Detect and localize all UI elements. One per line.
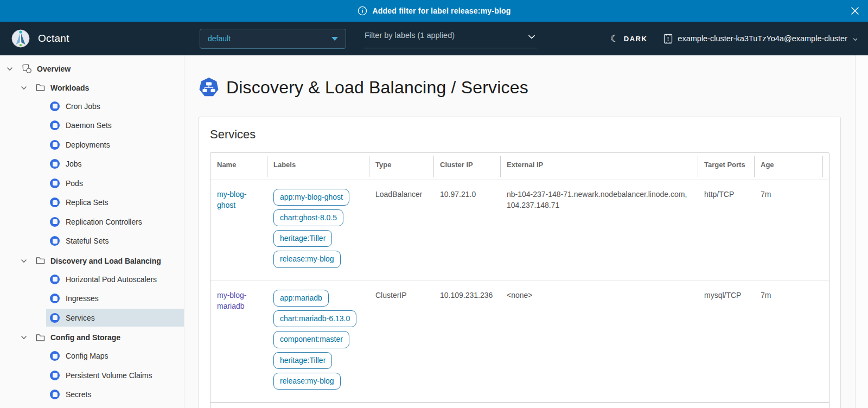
jobs-icon <box>50 159 60 169</box>
label-pill[interactable]: chart:mariadb-6.13.0 <box>273 310 356 327</box>
label-pill[interactable]: release:my-blog <box>273 251 341 267</box>
applications-icon <box>22 63 32 74</box>
cluster-ip-cell: 10.109.231.236 <box>433 281 500 402</box>
services-table: Name Labels Type Cluster IP External IP … <box>210 152 829 408</box>
sidebar-item-label: Jobs <box>66 160 82 168</box>
sidebar-item-deployments[interactable]: Deployments <box>46 136 184 154</box>
table-row: my-blog-mariadb app:mariadb chart:mariad… <box>210 280 829 402</box>
label-pill[interactable]: release:my-blog <box>273 373 341 390</box>
close-icon[interactable] <box>850 5 860 16</box>
label-pill[interactable]: chart:ghost-8.0.5 <box>273 209 343 226</box>
octant-logo <box>11 29 30 48</box>
table-row: my-blog-ghost app:my-blog-ghost chart:gh… <box>210 180 829 280</box>
sidebar-item-overview[interactable]: Overview <box>0 59 184 78</box>
sidebar-item-jobs[interactable]: Jobs <box>46 155 184 173</box>
sidebar-group-label: Config and Storage <box>50 333 120 342</box>
label-pill[interactable]: app:mariadb <box>273 290 329 307</box>
theme-toggle-label: DARK <box>624 35 648 43</box>
sidebar-item-stateful-sets[interactable]: Stateful Sets <box>46 232 184 250</box>
folder-icon <box>36 257 45 265</box>
chevron-down-icon[interactable] <box>6 65 14 73</box>
sidebar-item-label: Horizontal Pod Autoscalers <box>66 275 157 284</box>
sidebar-item-services[interactable]: Services <box>46 309 184 327</box>
sidebar-item-replication-controllers[interactable]: Replication Controllers <box>46 213 184 231</box>
target-ports-cell: mysql/TCP <box>698 281 754 402</box>
column-header-target-ports[interactable]: Target Ports <box>698 153 754 180</box>
labels-cell: app:mariadb chart:mariadb-6.13.0 compone… <box>267 281 369 402</box>
statefulsets-icon <box>50 236 60 246</box>
label-filter-dropdown[interactable]: Filter by labels (1 applied) <box>363 29 537 48</box>
brand: Octant <box>0 29 184 48</box>
sidebar-item-config-maps[interactable]: Config Maps <box>46 347 184 365</box>
chevron-down-icon <box>852 36 858 42</box>
alert-text: Added filter for label release:my-blog <box>373 7 511 15</box>
sidebar-group-discovery[interactable]: Discovery and Load Balancing <box>0 251 184 270</box>
namespace-select[interactable]: default <box>200 29 346 49</box>
sidebar-item-secrets[interactable]: Secrets <box>46 386 184 404</box>
alert-banner: Added filter for label release:my-blog <box>0 0 868 22</box>
external-ip-cell: nb-104-237-148-71.newark.nodebalancer.li… <box>500 180 698 280</box>
label-pill[interactable]: app:my-blog-ghost <box>273 189 349 206</box>
scrollbar[interactable] <box>855 55 868 408</box>
theme-toggle[interactable]: ☾ DARK <box>610 33 647 44</box>
column-header-name[interactable]: Name <box>210 153 267 180</box>
table-header-row: Name Labels Type Cluster IP External IP … <box>210 153 829 180</box>
sidebar-item-label: Replication Controllers <box>66 218 142 226</box>
sidebar-item-label: Daemon Sets <box>66 121 112 130</box>
table-footer: Items per page 10 1 - 2 of 2 items <box>210 402 829 408</box>
sidebar-group-config-storage[interactable]: Config and Storage <box>0 328 184 347</box>
sidebar-item-persistent-volume-claims[interactable]: Persistent Volume Claims <box>46 366 184 384</box>
hpa-icon <box>50 275 60 284</box>
moon-icon: ☾ <box>610 33 620 44</box>
cluster-ip-cell: 10.97.21.0 <box>433 180 500 280</box>
chevron-down-icon[interactable] <box>20 334 28 341</box>
sidebar-group-label: Discovery and Load Balancing <box>50 257 161 265</box>
sidebar-item-ingresses[interactable]: Ingresses <box>46 290 184 308</box>
sidebar-item-horizontal-pod-autoscalers[interactable]: Horizontal Pod Autoscalers <box>46 270 184 288</box>
column-header-age[interactable]: Age <box>754 153 822 180</box>
secrets-icon <box>50 390 60 399</box>
sidebar-group-workloads[interactable]: Workloads <box>0 78 184 97</box>
deployments-icon <box>50 140 60 150</box>
folder-icon <box>36 84 45 92</box>
ingresses-icon <box>50 294 60 303</box>
sidebar-item-label: Replica Sets <box>66 198 108 207</box>
sidebar-item-daemon-sets[interactable]: Daemon Sets <box>46 117 184 135</box>
daemonsets-icon <box>50 120 60 130</box>
chevron-down-icon[interactable] <box>20 257 28 265</box>
service-link[interactable]: my-blog-ghost <box>217 190 246 209</box>
column-header-cluster-ip[interactable]: Cluster IP <box>433 153 500 180</box>
service-link[interactable]: my-blog-mariadb <box>217 291 246 310</box>
sidebar-item-label: Stateful Sets <box>66 237 108 245</box>
sidebar-group-label: Workloads <box>50 84 89 92</box>
page-title: Discovery & Load Balancing / Services <box>226 78 528 98</box>
sidebar-item-label: Config Maps <box>66 352 108 360</box>
column-header-type[interactable]: Type <box>369 153 433 180</box>
label-pill[interactable]: heritage:Tiller <box>273 230 332 247</box>
external-ip-cell: <none> <box>500 281 698 402</box>
row-filler <box>822 180 829 280</box>
services-card: Services Name Labels Type Cluster IP Ext… <box>199 117 841 408</box>
column-header-labels[interactable]: Labels <box>267 153 369 180</box>
label-pill[interactable]: component:master <box>273 331 349 348</box>
sidebar-item-pods[interactable]: Pods <box>46 174 184 192</box>
sidebar-item-label: Ingresses <box>66 294 99 303</box>
configmaps-icon <box>50 351 60 361</box>
column-header-external-ip[interactable]: External IP <box>500 153 698 180</box>
cluster-icon <box>663 34 673 44</box>
age-cell: 7m <box>754 180 822 280</box>
replicasets-icon <box>50 197 60 207</box>
info-icon <box>358 6 367 16</box>
sidebar-item-cron-jobs[interactable]: Cron Jobs <box>46 97 184 115</box>
label-pill[interactable]: heritage:Tiller <box>273 352 332 369</box>
cronjobs-icon <box>50 101 60 111</box>
type-cell: ClusterIP <box>369 281 433 402</box>
pods-icon <box>50 178 60 188</box>
sidebar-item-label: Services <box>66 314 95 322</box>
sidebar-item-replica-sets[interactable]: Replica Sets <box>46 194 184 212</box>
sidebar-item-label: Overview <box>37 65 71 73</box>
services-icon <box>50 313 60 323</box>
cluster-select[interactable]: example-cluster-ka3TuTzYo4a@example-clus… <box>663 34 858 44</box>
brand-name: Octant <box>38 33 69 44</box>
chevron-down-icon[interactable] <box>20 84 28 92</box>
